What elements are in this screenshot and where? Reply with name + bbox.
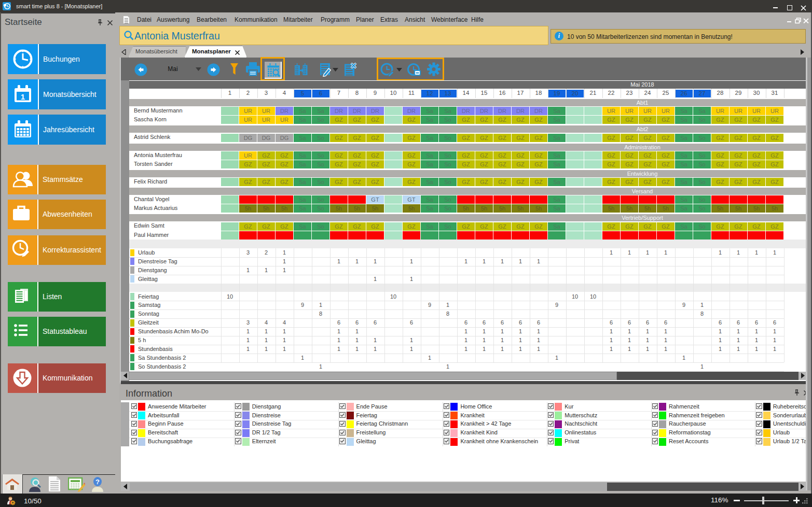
- svg-text:1: 1: [21, 92, 25, 101]
- svg-text:?: ?: [95, 478, 100, 486]
